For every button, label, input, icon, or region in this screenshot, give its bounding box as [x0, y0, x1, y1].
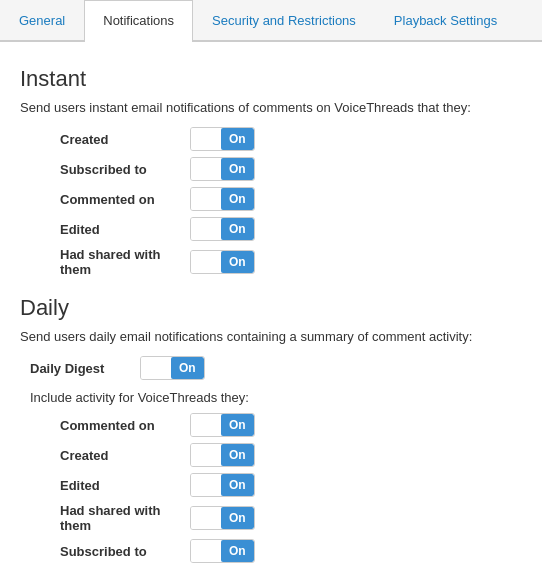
daily-row-label-2: Edited	[60, 478, 190, 493]
daily-row-label-4: Subscribed to	[60, 544, 190, 559]
instant-toggle-value-2: On	[221, 188, 254, 210]
tab-notifications[interactable]: Notifications	[84, 0, 193, 42]
instant-row-label-0: Created	[60, 132, 190, 147]
daily-row-label-1: Created	[60, 448, 190, 463]
daily-digest-value: On	[171, 357, 204, 379]
instant-row-label-4: Had shared with them	[60, 247, 190, 277]
daily-toggle-3[interactable]: On	[190, 506, 255, 530]
instant-toggle-value-1: On	[221, 158, 254, 180]
daily-digest-label: Daily Digest	[30, 361, 140, 376]
daily-toggle-value-3: On	[221, 507, 254, 529]
instant-row-1: Subscribed toOn	[20, 157, 522, 181]
daily-section: Daily Send users daily email notificatio…	[20, 295, 522, 563]
daily-digest-row: Daily Digest On	[20, 356, 522, 380]
instant-row-4: Had shared with themOn	[20, 247, 522, 277]
instant-title: Instant	[20, 66, 522, 92]
daily-row-label-0: Commented on	[60, 418, 190, 433]
instant-toggle-0[interactable]: On	[190, 127, 255, 151]
tab-general[interactable]: General	[0, 0, 84, 40]
daily-row-3: Had shared with themOn	[20, 503, 522, 533]
daily-row-4: Subscribed toOn	[20, 539, 522, 563]
daily-row-label-3: Had shared with them	[60, 503, 190, 533]
instant-row-label-2: Commented on	[60, 192, 190, 207]
include-label: Include activity for VoiceThreads they:	[20, 390, 522, 405]
daily-toggle-2[interactable]: On	[190, 473, 255, 497]
instant-toggle-value-3: On	[221, 218, 254, 240]
daily-row-2: EditedOn	[20, 473, 522, 497]
daily-title: Daily	[20, 295, 522, 321]
tab-security[interactable]: Security and Restrictions	[193, 0, 375, 40]
instant-toggle-2[interactable]: On	[190, 187, 255, 211]
daily-toggle-value-0: On	[221, 414, 254, 436]
instant-toggle-value-0: On	[221, 128, 254, 150]
daily-toggle-1[interactable]: On	[190, 443, 255, 467]
instant-desc: Send users instant email notifications o…	[20, 100, 522, 115]
daily-toggle-4[interactable]: On	[190, 539, 255, 563]
instant-row-0: CreatedOn	[20, 127, 522, 151]
instant-toggle-value-4: On	[221, 251, 254, 273]
instant-row-label-3: Edited	[60, 222, 190, 237]
daily-toggle-value-4: On	[221, 540, 254, 562]
instant-row-2: Commented onOn	[20, 187, 522, 211]
daily-desc: Send users daily email notifications con…	[20, 329, 522, 344]
instant-toggle-1[interactable]: On	[190, 157, 255, 181]
instant-row-label-1: Subscribed to	[60, 162, 190, 177]
daily-row-0: Commented onOn	[20, 413, 522, 437]
daily-toggle-value-1: On	[221, 444, 254, 466]
daily-toggle-value-2: On	[221, 474, 254, 496]
tab-playback[interactable]: Playback Settings	[375, 0, 516, 40]
daily-digest-toggle[interactable]: On	[140, 356, 205, 380]
instant-section: Instant Send users instant email notific…	[20, 66, 522, 277]
tabs-container: GeneralNotificationsSecurity and Restric…	[0, 0, 542, 42]
instant-toggle-4[interactable]: On	[190, 250, 255, 274]
instant-row-3: EditedOn	[20, 217, 522, 241]
daily-toggle-0[interactable]: On	[190, 413, 255, 437]
instant-toggle-3[interactable]: On	[190, 217, 255, 241]
daily-row-1: CreatedOn	[20, 443, 522, 467]
